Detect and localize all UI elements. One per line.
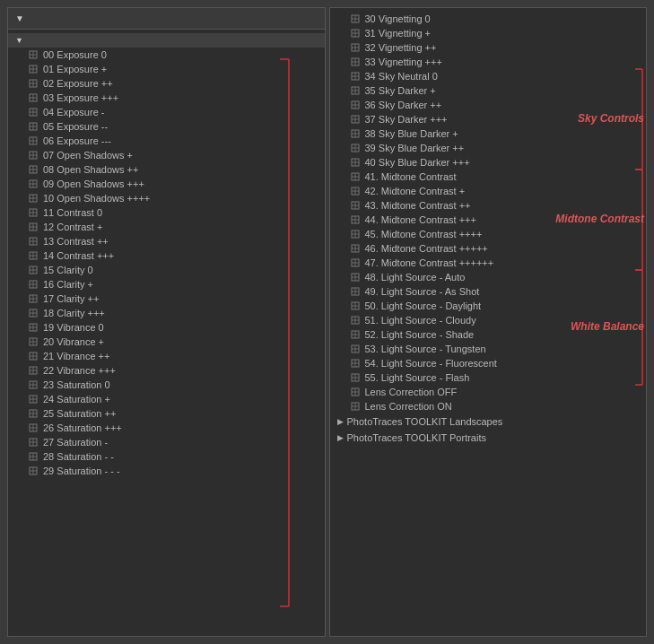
list-item[interactable]: 23 Saturation 0 (8, 378, 325, 392)
item-label: 39 Sky Blue Darker ++ (365, 143, 465, 153)
item-label: 21 Vibrance ++ (43, 351, 109, 361)
list-item[interactable]: 02 Exposure ++ (8, 76, 325, 91)
list-item[interactable]: 29 Saturation - - - (8, 464, 325, 478)
list-item[interactable]: 50. Light Source - Daylight (330, 299, 647, 313)
list-item[interactable]: 03 Exposure +++ (8, 91, 325, 105)
list-item[interactable]: 43. Midtone Contrast ++ (330, 198, 647, 213)
item-label: 47. Midtone Contrast ++++++ (365, 257, 494, 268)
list-item[interactable]: 18 Clarity +++ (8, 306, 325, 320)
preset-icon (28, 337, 39, 346)
list-item[interactable]: 28 Saturation - - (8, 449, 325, 464)
list-item[interactable]: 22 Vibrance +++ (8, 363, 325, 378)
preset-icon (350, 402, 361, 411)
item-label: 54. Light Source - Fluorescent (365, 358, 497, 369)
list-item[interactable]: 13 Contrast ++ (8, 234, 325, 248)
list-item[interactable]: 49. Light Source - As Shot (330, 284, 647, 299)
list-item[interactable]: 07 Open Shadows + (8, 148, 325, 162)
list-item[interactable]: 04 Exposure - (8, 105, 325, 119)
list-item[interactable]: 25 Saturation ++ (8, 406, 325, 421)
list-item[interactable]: 00 Exposure 0 (8, 48, 325, 62)
toolkit-group-header[interactable]: ▼ (8, 33, 325, 48)
preset-icon (28, 122, 39, 131)
list-item[interactable]: 10 Open Shadows ++++ (8, 191, 325, 205)
preset-icon (350, 129, 361, 138)
right-collapsed-groups: ▶ PhotoTraces TOOLKIT Landscapes ▶ Photo… (330, 413, 647, 446)
item-label: 28 Saturation - - (43, 451, 114, 462)
list-item[interactable]: Lens Correction ON (330, 399, 647, 413)
list-item[interactable]: Lens Correction OFF (330, 385, 647, 399)
list-item[interactable]: 14 Contrast +++ (8, 248, 325, 263)
list-item[interactable]: 36 Sky Darker ++ (330, 98, 647, 112)
list-item[interactable]: 54. Light Source - Fluorescent (330, 356, 647, 370)
preset-icon (28, 294, 39, 303)
item-label: 02 Exposure ++ (43, 78, 113, 89)
list-item[interactable]: 12 Contrast + (8, 220, 325, 234)
preset-icon (350, 344, 361, 353)
panel-collapse-icon[interactable]: ▼ (15, 13, 24, 23)
list-item[interactable]: 51. Light Source - Cloudy (330, 313, 647, 327)
preset-icon (28, 208, 39, 217)
list-item[interactable]: 52. Light Source - Shade (330, 327, 647, 342)
preset-icon (28, 222, 39, 231)
list-item[interactable]: 08 Open Shadows ++ (8, 162, 325, 177)
list-item[interactable]: 31 Vignetting + (330, 26, 647, 40)
list-item[interactable]: 46. Midtone Contrast +++++ (330, 241, 647, 256)
collapsed-group-item[interactable]: ▶ PhotoTraces TOOLKIT Landscapes (330, 413, 647, 430)
group-label: PhotoTraces TOOLKIT Landscapes (347, 416, 503, 427)
preset-icon (28, 179, 39, 188)
preset-icon (350, 144, 361, 152)
list-item[interactable]: 27 Saturation - (8, 435, 325, 449)
list-item[interactable]: 53. Light Source - Tungsten (330, 342, 647, 356)
preset-icon (28, 323, 39, 332)
list-item[interactable]: 30 Vignetting 0 (330, 12, 647, 26)
list-item[interactable]: 48. Light Source - Auto (330, 270, 647, 284)
list-item[interactable]: 24 Saturation + (8, 392, 325, 406)
preset-icon (350, 100, 361, 109)
list-item[interactable]: 55. Light Source - Flash (330, 370, 647, 385)
list-item[interactable]: 37 Sky Darker +++ (330, 112, 647, 126)
preset-icon (28, 280, 39, 289)
item-label: 06 Exposure --- (43, 135, 111, 146)
preset-icon (28, 395, 39, 404)
item-label: 01 Exposure + (43, 64, 107, 74)
list-item[interactable]: 42. Midtone Contrast + (330, 184, 647, 198)
list-item[interactable]: 15 Clarity 0 (8, 263, 325, 277)
list-item[interactable]: 26 Saturation +++ (8, 421, 325, 435)
list-item[interactable]: 09 Open Shadows +++ (8, 177, 325, 191)
list-item[interactable]: 40 Sky Blue Darker +++ (330, 155, 647, 170)
list-item[interactable]: 16 Clarity + (8, 277, 325, 292)
preset-icon (350, 387, 361, 396)
preset-icon (28, 151, 39, 160)
list-item[interactable]: 45. Midtone Contrast ++++ (330, 227, 647, 241)
collapsed-group-item[interactable]: ▶ PhotoTraces TOOLKIT Portraits (330, 430, 647, 446)
list-item[interactable]: 21 Vibrance ++ (8, 349, 325, 363)
preset-icon (350, 43, 361, 52)
list-item[interactable]: 38 Sky Blue Darker + (330, 126, 647, 141)
group-triangle-icon: ▼ (15, 36, 23, 45)
preset-icon (28, 194, 39, 203)
list-item[interactable]: 32 Vignetting ++ (330, 40, 647, 55)
preset-icon (350, 273, 361, 282)
list-item[interactable]: 17 Clarity ++ (8, 292, 325, 306)
list-item[interactable]: 41. Midtone Contrast (330, 170, 647, 184)
list-item[interactable]: 11 Contrast 0 (8, 205, 325, 220)
preset-icon (28, 366, 39, 375)
list-item[interactable]: 01 Exposure + (8, 62, 325, 76)
preset-icon (28, 251, 39, 260)
item-label: 20 Vibrance + (43, 336, 104, 347)
list-item[interactable]: 05 Exposure -- (8, 119, 325, 134)
list-item[interactable]: 39 Sky Blue Darker ++ (330, 141, 647, 155)
item-label: 10 Open Shadows ++++ (43, 193, 150, 204)
list-item[interactable]: 35 Sky Darker + (330, 83, 647, 98)
list-item[interactable]: 33 Vignetting +++ (330, 55, 647, 69)
list-item[interactable]: 06 Exposure --- (8, 134, 325, 148)
list-item[interactable]: 20 Vibrance + (8, 335, 325, 349)
preset-icon (28, 423, 39, 432)
list-item[interactable]: 19 Vibrance 0 (8, 320, 325, 335)
item-label: 50. Light Source - Daylight (365, 300, 482, 311)
list-item[interactable]: 47. Midtone Contrast ++++++ (330, 256, 647, 270)
preset-icon (28, 65, 39, 74)
list-item[interactable]: 44. Midtone Contrast +++ (330, 213, 647, 227)
list-item[interactable]: 34 Sky Neutral 0 (330, 69, 647, 83)
preset-icon (350, 244, 361, 253)
